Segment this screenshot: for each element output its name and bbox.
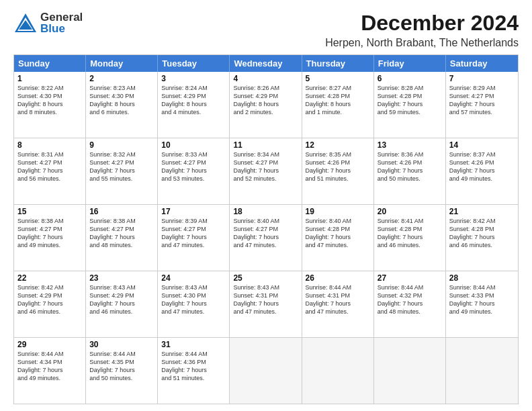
- day-info: Sunrise: 8:36 AMSunset: 4:26 PMDaylight:…: [378, 150, 442, 183]
- page: General Blue December 2024 Herpen, North…: [0, 0, 532, 411]
- day-info: Sunrise: 8:29 AMSunset: 4:27 PMDaylight:…: [449, 84, 515, 117]
- day-number: 9: [89, 140, 154, 150]
- calendar-row: 8Sunrise: 8:31 AMSunset: 4:27 PMDaylight…: [14, 138, 518, 205]
- day-info: Sunrise: 8:44 AMSunset: 4:32 PMDaylight:…: [378, 283, 442, 316]
- calendar-cell: 23Sunrise: 8:43 AMSunset: 4:29 PMDayligh…: [86, 271, 158, 337]
- day-info: Sunrise: 8:44 AMSunset: 4:31 PMDaylight:…: [306, 283, 370, 316]
- day-number: 1: [17, 74, 82, 83]
- calendar-header-cell: Monday: [86, 55, 158, 72]
- day-info: Sunrise: 8:24 AMSunset: 4:29 PMDaylight:…: [161, 84, 226, 117]
- calendar-header-cell: Tuesday: [158, 55, 230, 72]
- calendar-cell: 26Sunrise: 8:44 AMSunset: 4:31 PMDayligh…: [302, 271, 374, 337]
- day-number: 11: [233, 140, 298, 150]
- day-number: 14: [449, 140, 515, 150]
- calendar-cell: 14Sunrise: 8:37 AMSunset: 4:26 PMDayligh…: [446, 138, 518, 204]
- day-number: 5: [306, 74, 370, 83]
- day-info: Sunrise: 8:43 AMSunset: 4:30 PMDaylight:…: [161, 283, 226, 316]
- logo-blue-text: Blue: [40, 23, 83, 34]
- day-number: 23: [89, 273, 154, 283]
- logo-general-text: General: [40, 11, 83, 23]
- day-number: 31: [161, 340, 226, 349]
- day-number: 7: [449, 74, 515, 83]
- day-info: Sunrise: 8:32 AMSunset: 4:27 PMDaylight:…: [89, 150, 154, 183]
- main-title: December 2024: [325, 11, 519, 36]
- day-number: 13: [378, 140, 442, 150]
- day-number: 3: [161, 74, 226, 83]
- day-info: Sunrise: 8:41 AMSunset: 4:28 PMDaylight:…: [378, 217, 442, 250]
- header: General Blue December 2024 Herpen, North…: [13, 11, 519, 49]
- day-info: Sunrise: 8:34 AMSunset: 4:27 PMDaylight:…: [233, 150, 298, 183]
- day-info: Sunrise: 8:44 AMSunset: 4:35 PMDaylight:…: [89, 350, 154, 383]
- calendar-row: 15Sunrise: 8:38 AMSunset: 4:27 PMDayligh…: [14, 205, 518, 271]
- calendar-cell: 15Sunrise: 8:38 AMSunset: 4:27 PMDayligh…: [14, 205, 86, 271]
- day-number: 24: [161, 273, 226, 283]
- calendar-cell: 18Sunrise: 8:40 AMSunset: 4:27 PMDayligh…: [230, 205, 302, 271]
- day-number: 12: [306, 140, 370, 150]
- calendar-cell: 9Sunrise: 8:32 AMSunset: 4:27 PMDaylight…: [86, 138, 158, 204]
- day-info: Sunrise: 8:23 AMSunset: 4:30 PMDaylight:…: [89, 84, 154, 117]
- calendar-cell: 25Sunrise: 8:43 AMSunset: 4:31 PMDayligh…: [230, 271, 302, 337]
- calendar-cell: 22Sunrise: 8:42 AMSunset: 4:29 PMDayligh…: [14, 271, 86, 337]
- day-number: 26: [306, 273, 370, 283]
- day-info: Sunrise: 8:43 AMSunset: 4:31 PMDaylight:…: [233, 283, 298, 316]
- day-info: Sunrise: 8:28 AMSunset: 4:28 PMDaylight:…: [378, 84, 442, 117]
- calendar-header: SundayMondayTuesdayWednesdayThursdayFrid…: [14, 55, 518, 72]
- calendar-header-cell: Saturday: [446, 55, 518, 72]
- day-info: Sunrise: 8:40 AMSunset: 4:28 PMDaylight:…: [306, 217, 370, 250]
- title-area: December 2024 Herpen, North Brabant, The…: [325, 11, 519, 49]
- calendar-cell: [302, 338, 374, 404]
- day-number: 2: [89, 74, 154, 83]
- day-number: 30: [89, 340, 154, 349]
- day-number: 16: [89, 207, 154, 216]
- day-info: Sunrise: 8:38 AMSunset: 4:27 PMDaylight:…: [17, 217, 82, 250]
- day-info: Sunrise: 8:44 AMSunset: 4:34 PMDaylight:…: [17, 350, 82, 383]
- calendar-cell: [230, 338, 302, 404]
- calendar-cell: 5Sunrise: 8:27 AMSunset: 4:28 PMDaylight…: [302, 72, 374, 138]
- calendar-header-cell: Wednesday: [230, 55, 302, 72]
- day-number: 27: [378, 273, 442, 283]
- day-number: 15: [17, 207, 82, 216]
- calendar-cell: 16Sunrise: 8:38 AMSunset: 4:27 PMDayligh…: [86, 205, 158, 271]
- day-info: Sunrise: 8:27 AMSunset: 4:28 PMDaylight:…: [306, 84, 370, 117]
- calendar-cell: 28Sunrise: 8:44 AMSunset: 4:33 PMDayligh…: [446, 271, 518, 337]
- calendar-header-cell: Sunday: [14, 55, 86, 72]
- calendar-cell: 31Sunrise: 8:44 AMSunset: 4:36 PMDayligh…: [158, 338, 230, 404]
- calendar-cell: 30Sunrise: 8:44 AMSunset: 4:35 PMDayligh…: [86, 338, 158, 404]
- day-number: 22: [17, 273, 82, 283]
- day-info: Sunrise: 8:44 AMSunset: 4:36 PMDaylight:…: [161, 350, 226, 383]
- calendar-cell: [446, 338, 518, 404]
- day-info: Sunrise: 8:42 AMSunset: 4:28 PMDaylight:…: [449, 217, 515, 250]
- day-info: Sunrise: 8:43 AMSunset: 4:29 PMDaylight:…: [89, 283, 154, 316]
- calendar-body: 1Sunrise: 8:22 AMSunset: 4:30 PMDaylight…: [14, 72, 518, 404]
- calendar-header-cell: Thursday: [302, 55, 374, 72]
- calendar-cell: 12Sunrise: 8:35 AMSunset: 4:26 PMDayligh…: [302, 138, 374, 204]
- calendar-row: 1Sunrise: 8:22 AMSunset: 4:30 PMDaylight…: [14, 72, 518, 138]
- calendar-cell: 10Sunrise: 8:33 AMSunset: 4:27 PMDayligh…: [158, 138, 230, 204]
- calendar-cell: 2Sunrise: 8:23 AMSunset: 4:30 PMDaylight…: [86, 72, 158, 138]
- day-number: 25: [233, 273, 298, 283]
- calendar: SundayMondayTuesdayWednesdayThursdayFrid…: [13, 54, 519, 404]
- day-number: 20: [378, 207, 442, 216]
- calendar-cell: [374, 338, 446, 404]
- calendar-cell: 21Sunrise: 8:42 AMSunset: 4:28 PMDayligh…: [446, 205, 518, 271]
- calendar-cell: 27Sunrise: 8:44 AMSunset: 4:32 PMDayligh…: [374, 271, 446, 337]
- day-number: 4: [233, 74, 298, 83]
- day-info: Sunrise: 8:40 AMSunset: 4:27 PMDaylight:…: [233, 217, 298, 250]
- calendar-cell: 19Sunrise: 8:40 AMSunset: 4:28 PMDayligh…: [302, 205, 374, 271]
- calendar-cell: 20Sunrise: 8:41 AMSunset: 4:28 PMDayligh…: [374, 205, 446, 271]
- day-info: Sunrise: 8:33 AMSunset: 4:27 PMDaylight:…: [161, 150, 226, 183]
- day-info: Sunrise: 8:42 AMSunset: 4:29 PMDaylight:…: [17, 283, 82, 316]
- day-number: 28: [449, 273, 515, 283]
- logo-icon: [13, 11, 38, 35]
- day-number: 18: [233, 207, 298, 216]
- calendar-cell: 7Sunrise: 8:29 AMSunset: 4:27 PMDaylight…: [446, 72, 518, 138]
- day-info: Sunrise: 8:44 AMSunset: 4:33 PMDaylight:…: [449, 283, 515, 316]
- day-info: Sunrise: 8:38 AMSunset: 4:27 PMDaylight:…: [89, 217, 154, 250]
- calendar-row: 22Sunrise: 8:42 AMSunset: 4:29 PMDayligh…: [14, 271, 518, 338]
- subtitle: Herpen, North Brabant, The Netherlands: [325, 37, 519, 49]
- day-number: 19: [306, 207, 370, 216]
- day-number: 21: [449, 207, 515, 216]
- day-info: Sunrise: 8:37 AMSunset: 4:26 PMDaylight:…: [449, 150, 515, 183]
- calendar-header-cell: Friday: [374, 55, 446, 72]
- day-info: Sunrise: 8:26 AMSunset: 4:29 PMDaylight:…: [233, 84, 298, 117]
